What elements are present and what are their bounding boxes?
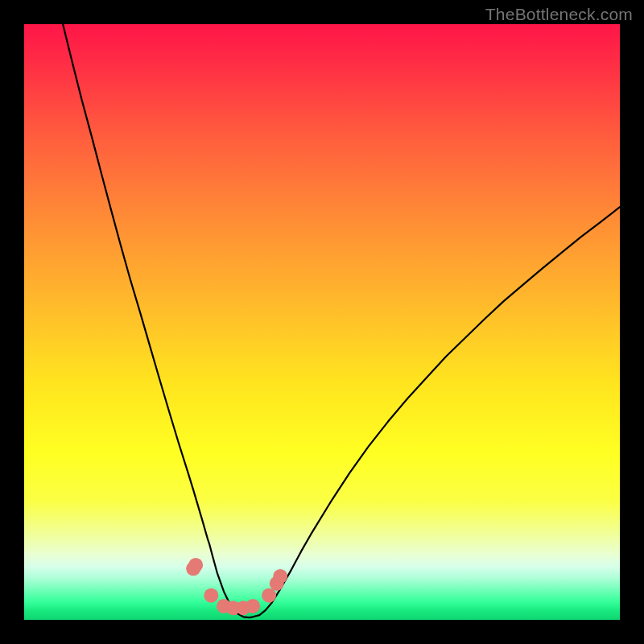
marker-group [186, 558, 287, 615]
bottleneck-curve [63, 24, 620, 617]
watermark-text: TheBottleneck.com [485, 5, 633, 24]
curve-marker [273, 569, 287, 584]
curve-layer [24, 24, 620, 620]
plot-area [24, 24, 620, 620]
curve-marker [188, 558, 203, 572]
curve-marker [262, 588, 276, 603]
curve-marker [246, 599, 260, 613]
curve-marker [204, 588, 218, 603]
chart-frame: TheBottleneck.com [0, 0, 644, 644]
